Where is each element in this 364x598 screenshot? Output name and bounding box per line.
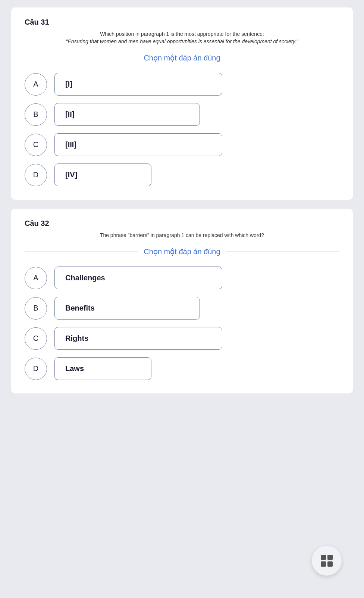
option-circle-31-c[interactable]: C bbox=[25, 134, 47, 156]
grid-cell-1 bbox=[321, 555, 326, 560]
option-box-32-d[interactable]: Laws bbox=[54, 357, 151, 380]
question-32-instruction: The phrase "barriers" in paragraph 1 can… bbox=[25, 232, 339, 238]
option-row-31-b: B [II] bbox=[25, 103, 339, 126]
option-box-32-c[interactable]: Rights bbox=[54, 327, 222, 350]
section-divider-label-32: Chọn một đáp án đúng bbox=[138, 247, 226, 256]
grid-icon bbox=[321, 555, 333, 567]
option-circle-31-b[interactable]: B bbox=[25, 103, 47, 126]
section-divider-32: Chọn một đáp án đúng bbox=[25, 247, 339, 256]
section-divider-label-31: Chọn một đáp án đúng bbox=[138, 53, 226, 62]
question-31-quote: "Ensuring that women and men have equal … bbox=[25, 38, 339, 44]
options-list-31: A [I] B [II] C [III] D [IV] bbox=[25, 73, 339, 186]
option-box-31-a[interactable]: [I] bbox=[54, 73, 222, 96]
option-circle-32-c[interactable]: C bbox=[25, 327, 47, 350]
option-circle-31-d[interactable]: D bbox=[25, 164, 47, 186]
page-container: Câu 31 Which position in paragraph 1 is … bbox=[0, 0, 364, 401]
option-circle-31-a[interactable]: A bbox=[25, 73, 47, 96]
question-31-card: Câu 31 Which position in paragraph 1 is … bbox=[11, 7, 353, 200]
option-box-31-c[interactable]: [III] bbox=[54, 133, 222, 156]
option-row-31-d: D [IV] bbox=[25, 163, 339, 186]
option-row-32-a: A Challenges bbox=[25, 267, 339, 289]
fab-grid-button[interactable] bbox=[312, 546, 342, 576]
option-circle-32-d[interactable]: D bbox=[25, 358, 47, 380]
question-31-number: Câu 31 bbox=[25, 18, 339, 27]
option-box-32-b[interactable]: Benefits bbox=[54, 297, 200, 320]
option-circle-32-b[interactable]: B bbox=[25, 297, 47, 320]
question-32-card: Câu 32 The phrase "barriers" in paragrap… bbox=[11, 209, 353, 393]
grid-cell-3 bbox=[321, 561, 326, 567]
grid-cell-4 bbox=[327, 561, 333, 567]
grid-cell-2 bbox=[327, 555, 333, 560]
question-32-number: Câu 32 bbox=[25, 219, 339, 228]
option-row-31-c: C [III] bbox=[25, 133, 339, 156]
option-box-32-a[interactable]: Challenges bbox=[54, 267, 222, 289]
option-row-32-c: C Rights bbox=[25, 327, 339, 350]
question-31-instruction: Which position in paragraph 1 is the mos… bbox=[25, 31, 339, 37]
option-box-31-b[interactable]: [II] bbox=[54, 103, 200, 126]
option-row-32-b: B Benefits bbox=[25, 297, 339, 320]
options-list-32: A Challenges B Benefits C Rights D Laws bbox=[25, 267, 339, 380]
option-circle-32-a[interactable]: A bbox=[25, 267, 47, 289]
option-box-31-d[interactable]: [IV] bbox=[54, 163, 151, 186]
option-row-31-a: A [I] bbox=[25, 73, 339, 96]
option-row-32-d: D Laws bbox=[25, 357, 339, 380]
section-divider-31: Chọn một đáp án đúng bbox=[25, 53, 339, 62]
